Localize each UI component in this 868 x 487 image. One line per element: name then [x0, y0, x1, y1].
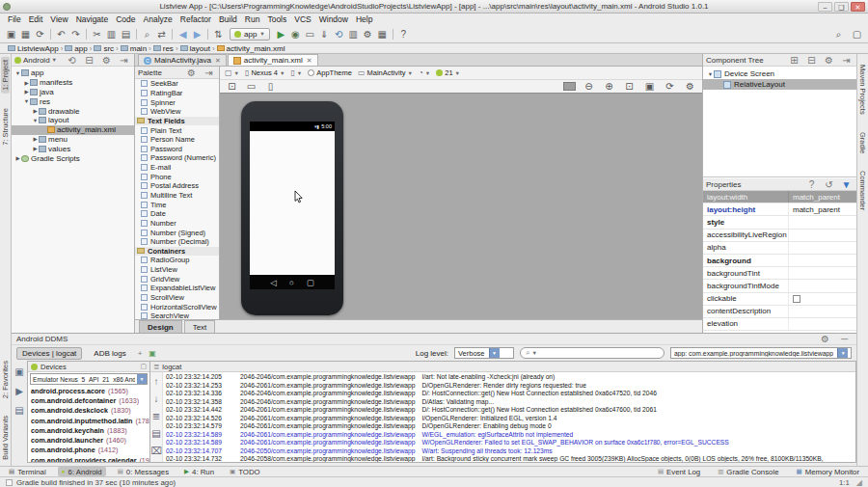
back-icon[interactable]: ◀	[176, 27, 190, 41]
forward-icon[interactable]: ▶	[190, 27, 204, 41]
process-com-android-defcontainer[interactable]: com.android.defcontainer(1633)	[28, 395, 149, 405]
palette-item-spinner[interactable]: Spinner	[135, 97, 219, 107]
preview-content[interactable]	[250, 131, 335, 275]
palette-item-searchview[interactable]: SearchView	[135, 311, 219, 319]
sdk-manager-icon[interactable]: ⇓	[317, 27, 332, 41]
print-icon[interactable]: ▤	[150, 426, 164, 441]
palette-item-scrollview[interactable]: ScrollView	[135, 293, 219, 303]
screen-capture-icon[interactable]: ▣	[149, 349, 156, 358]
toolwindow-layout-icon[interactable]: ▢	[850, 27, 864, 41]
palette-item-plain-text[interactable]: Plain Text	[135, 125, 219, 135]
toolwindow-tab-0-messages[interactable]: ▤0: Messages	[114, 467, 173, 476]
landscape-preview-icon[interactable]: ▭	[244, 79, 258, 94]
palette-item-radiogroup[interactable]: RadioGroup	[135, 256, 219, 265]
project-tree-item-res[interactable]: ▼res	[12, 96, 134, 106]
menu-help[interactable]: Help	[352, 14, 376, 24]
scroll-down-icon[interactable]: ↓	[150, 392, 164, 406]
soft-wrap-icon[interactable]: ≣	[150, 409, 164, 423]
device-select[interactable]: Emulator Nexus_5_API_21_x86 Android 5 ▼	[30, 373, 148, 385]
menu-window[interactable]: Window	[315, 14, 352, 24]
menu-run[interactable]: Run	[241, 14, 264, 24]
project-tree-item-gradle-scripts[interactable]: ▶Gradle Scripts	[12, 153, 134, 163]
collapse-all-icon[interactable]: ⊟	[804, 53, 819, 68]
menu-tools[interactable]: Tools	[263, 14, 290, 24]
help-icon[interactable]: ?	[804, 177, 819, 192]
component-tree-item-relativelayout[interactable]: RelativeLayout	[703, 79, 856, 90]
palette-item-e-mail[interactable]: E-mail	[135, 163, 219, 173]
toolwindow-toggle-icon[interactable]	[6, 479, 13, 486]
find-icon[interactable]: ⌕	[140, 27, 154, 41]
paste-icon[interactable]: ▤	[119, 27, 133, 41]
menu-analyze[interactable]: Analyze	[140, 14, 176, 24]
palette-item-ratingbar[interactable]: RatingBar	[135, 89, 219, 98]
logcat-line[interactable]: 02-10 23:32:14.7072046-2050/com.example.…	[163, 447, 855, 456]
locale-select[interactable]: ◔▼	[419, 68, 430, 77]
tree-toggle-icon[interactable]: ▶	[32, 146, 39, 151]
system-info-icon[interactable]: ▤	[13, 403, 27, 418]
tree-toggle-icon[interactable]: ▼	[707, 71, 714, 77]
palette-item-date[interactable]: Date	[135, 209, 219, 219]
recent-files-icon[interactable]: ⇅	[211, 27, 226, 41]
property-row-accessibilityliveregion[interactable]: accessibilityLiveRegion	[703, 230, 856, 242]
property-row-background[interactable]: background	[703, 255, 856, 267]
menu-code[interactable]: Code	[112, 14, 139, 24]
settings-icon[interactable]: ⚙	[99, 53, 114, 68]
palette-item-person-name[interactable]: Person Name	[135, 135, 219, 145]
expand-all-icon[interactable]: ⊞	[787, 53, 801, 68]
toolwindow-button-7-structure[interactable]: 7: Structure	[1, 105, 10, 149]
tree-toggle-icon[interactable]: ▼	[14, 70, 21, 76]
tab-activity-main-xml[interactable]: activity_main.xml ✕	[228, 54, 318, 66]
toolwindow-tab-6-android[interactable]: ●6: Android	[58, 467, 106, 476]
device-select[interactable]: ▯Nexus 4▼	[245, 68, 285, 77]
menu-file[interactable]: File	[4, 14, 25, 24]
log-level-select[interactable]: Verbose ▼	[454, 347, 514, 359]
toolwindow-tab-memory-monitor[interactable]: ▦Memory Monitor	[793, 467, 863, 476]
toolwindow-button-2-favorites[interactable]: 2: Favorites	[1, 358, 10, 401]
project-tree-item-layout[interactable]: ▼layout	[12, 116, 134, 125]
breadcrumb-listviewapp[interactable]: ListviewApp	[8, 44, 59, 53]
menu-build[interactable]: Build	[215, 14, 241, 24]
process-android-process-acore[interactable]: android.process.acore(1565)	[28, 386, 149, 395]
collapse-all-icon[interactable]: ⊟	[82, 53, 96, 68]
clear-log-icon[interactable]: ⌧	[150, 444, 164, 458]
cut-icon[interactable]: ✂	[90, 27, 104, 41]
menu-view[interactable]: View	[46, 14, 71, 24]
toolwindow-tab-event-log[interactable]: ▤Event Log	[654, 467, 704, 476]
filter-icon[interactable]: ▼	[839, 177, 854, 192]
tab-adb-logs[interactable]: ADB logs	[89, 348, 130, 359]
scroll-up-icon[interactable]: ↑	[150, 374, 164, 389]
activity-select[interactable]: ▭MainActivity▼	[358, 68, 413, 77]
tree-toggle-icon[interactable]: ▼	[23, 98, 30, 104]
zoom-fit-icon[interactable]: ⊡	[622, 79, 637, 94]
property-row-backgroundtint[interactable]: backgroundTint	[703, 267, 856, 280]
settings-icon[interactable]: ⚙	[822, 53, 836, 68]
project-structure-icon[interactable]: ▦	[375, 27, 390, 41]
property-row-alpha[interactable]: alpha	[703, 242, 856, 255]
zoom-actual-icon[interactable]: ▣	[642, 79, 657, 94]
portrait-preview-icon[interactable]: ▯	[263, 79, 278, 94]
component-tree-item-device-screen[interactable]: ▼Device Screen	[703, 68, 856, 79]
palette-item-number-decimal[interactable]: Number (Decimal)	[135, 237, 219, 247]
toolwindow-tab-4-run[interactable]: ▶4: Run	[180, 467, 218, 476]
maximize-button[interactable]: ❑	[834, 2, 849, 12]
property-row-clickable[interactable]: clickable	[703, 293, 856, 306]
menu-refactor[interactable]: Refactor	[176, 14, 215, 24]
sync-gradle-icon[interactable]: ⟲	[332, 27, 346, 41]
toolwindow-tab-gradle-console[interactable]: ▥Gradle Console	[714, 467, 782, 476]
menu-vcs[interactable]: VCS	[290, 14, 314, 24]
palette-item-webview[interactable]: WebView	[135, 107, 219, 117]
variant-icon[interactable]: ⊡	[225, 79, 239, 94]
breadcrumb-layout[interactable]: layout	[180, 44, 210, 53]
palette-item-gridview[interactable]: GridView	[135, 274, 219, 284]
breadcrumb-activity-main-xml[interactable]: activity_main.xml	[217, 44, 285, 53]
project-tree-item-java[interactable]: ▶java	[12, 88, 134, 97]
tab-mainactivity-java[interactable]: C MainActivity.java ✕	[138, 54, 227, 66]
refresh-icon[interactable]: ⟳	[663, 79, 677, 94]
logcat-line[interactable]: 02-10 23:32:14.5792046-2061/com.example.…	[163, 422, 855, 431]
palette-item-number-signed[interactable]: Number (Signed)	[135, 228, 219, 237]
project-tree-item-drawable[interactable]: ▶drawable	[12, 106, 134, 116]
theme-select[interactable]: AppTheme	[308, 68, 352, 77]
replace-icon[interactable]: ⇄	[154, 27, 169, 41]
breadcrumb-main[interactable]: main	[121, 44, 147, 53]
render-settings-icon[interactable]: ⚙	[683, 79, 697, 94]
